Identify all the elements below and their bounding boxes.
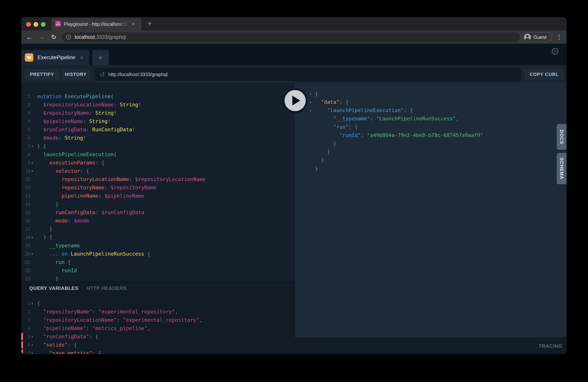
code-line: 22 runId xyxy=(21,266,295,275)
docs-side-tab[interactable]: DOCS xyxy=(557,124,567,150)
browser-menu-button[interactable]: ⋮ xyxy=(555,30,563,44)
line-number: 5 xyxy=(21,126,30,134)
query-editor[interactable]: 1mutation ExecutePipeline(2 $repositoryL… xyxy=(21,83,295,282)
code-line: 17 } xyxy=(21,225,295,233)
line-number: 7 xyxy=(21,349,30,354)
fold-arrow-icon[interactable]: ▼ xyxy=(310,90,311,98)
query-editor-code: 1mutation ExecutePipeline(2 $repositoryL… xyxy=(21,92,295,282)
code-line: } xyxy=(295,139,567,148)
fold-arrow-icon[interactable]: ▼ xyxy=(310,98,311,106)
tab-title: Playground - http://localhost:33 xyxy=(64,18,130,30)
code-line: 6▼ "solids": { xyxy=(21,341,295,349)
code-line: 16 mode: $mode xyxy=(21,217,295,225)
code-line: 4 $pipelineName: String! xyxy=(21,117,295,126)
play-button-circle xyxy=(285,90,306,111)
schema-side-tab[interactable]: SCHEMA xyxy=(557,153,567,184)
http-headers-tab[interactable]: HTTP HEADERS xyxy=(86,285,127,291)
traffic-light-zoom-button[interactable] xyxy=(41,22,45,27)
code-line: "run": { xyxy=(295,123,567,131)
session-tab-close-icon[interactable]: × xyxy=(80,54,84,61)
line-number: 6 xyxy=(21,341,30,349)
code-line: } xyxy=(295,164,567,172)
tab-close-icon[interactable]: × xyxy=(132,21,135,27)
execute-query-button[interactable] xyxy=(283,88,308,113)
code-line: } xyxy=(295,148,567,156)
session-tab-label: ExecutePipeline xyxy=(38,54,75,61)
code-line: 1▼{ xyxy=(21,299,295,308)
response-pane: ▼{▼ "data": {▼ "launchPipelineExecution"… xyxy=(295,83,567,338)
tracing-bar: TRACING xyxy=(295,338,567,354)
line-number: 11 xyxy=(21,175,30,184)
url-path: :3333/graphql xyxy=(95,34,126,40)
code-line: 5▼ "runConfigData": { xyxy=(21,333,295,341)
code-line: 20▼ ... on LaunchPipelineRunSuccess { xyxy=(21,250,295,258)
query-variables-tab[interactable]: QUERY VARIABLES xyxy=(29,285,79,291)
fold-arrow-icon[interactable]: ▼ xyxy=(31,159,33,167)
playground-toolbar: PRETTIFY HISTORY ↺ COPY CURL xyxy=(21,65,567,83)
code-line: 7▼) { xyxy=(21,142,295,150)
code-line: 6 $mode: String! xyxy=(21,134,295,142)
new-tab-button[interactable]: + xyxy=(146,20,154,28)
fold-arrow-icon[interactable]: ▼ xyxy=(31,233,33,242)
line-number: 20 xyxy=(21,250,30,258)
fold-arrow-icon[interactable]: ▼ xyxy=(31,167,33,175)
browser-tab[interactable]: Playground - http://localhost:33 × xyxy=(51,18,142,30)
code-line: 11 repositoryLocationName: $repositoryLo… xyxy=(21,175,295,184)
fold-arrow-icon[interactable]: ▼ xyxy=(31,333,33,341)
fold-arrow-icon[interactable]: ▼ xyxy=(31,142,33,150)
traffic-light-minimize-button[interactable] xyxy=(34,22,38,27)
line-number: 22 xyxy=(21,266,30,275)
line-number: 2 xyxy=(21,308,30,316)
code-line: ▼ "launchPipelineExecution": { xyxy=(295,106,567,114)
code-line: } xyxy=(295,156,567,164)
forward-button[interactable]: → xyxy=(37,30,46,44)
endpoint-field[interactable]: ↺ xyxy=(95,68,521,81)
url-host: localhost xyxy=(75,34,95,40)
session-tab-executepipeline[interactable]: M ExecutePipeline × xyxy=(21,50,89,65)
line-number: 4 xyxy=(21,324,30,333)
code-line: 13 pipelineName: $pipelineName xyxy=(21,192,295,200)
profile-button[interactable]: Guest xyxy=(522,32,552,42)
traffic-light-close-button[interactable] xyxy=(26,22,31,27)
line-number: 7 xyxy=(21,142,30,150)
fold-arrow-icon[interactable]: ▼ xyxy=(31,341,33,349)
history-button[interactable]: HISTORY xyxy=(62,69,90,80)
code-line: 1mutation ExecutePipeline( xyxy=(21,92,295,101)
endpoint-input[interactable] xyxy=(108,72,466,77)
code-line: 2 "repositoryName": "experimental_reposi… xyxy=(21,308,295,316)
line-number: 17 xyxy=(21,225,30,233)
site-info-icon[interactable]: i xyxy=(66,35,71,40)
address-bar[interactable]: i localhost:3333/graphql xyxy=(62,32,520,42)
playground-header: M ExecutePipeline × + xyxy=(21,44,567,65)
variables-header: QUERY VARIABLES HTTP HEADERS xyxy=(29,285,126,291)
copy-curl-button[interactable]: COPY CURL xyxy=(524,69,564,80)
graphql-favicon-icon xyxy=(55,21,61,26)
fold-arrow-icon[interactable]: ▼ xyxy=(31,349,33,354)
fold-arrow-icon[interactable]: ▼ xyxy=(31,299,33,308)
replay-icon[interactable]: ↺ xyxy=(100,71,105,78)
line-number: 15 xyxy=(21,208,30,217)
avatar-icon xyxy=(524,34,531,41)
prettify-button[interactable]: PRETTIFY xyxy=(25,69,59,80)
line-number: 6 xyxy=(21,134,30,142)
mutation-badge: M xyxy=(25,53,33,62)
code-line: 3 "repositoryLocationName": "experimenta… xyxy=(21,316,295,324)
code-line: 3 $repositoryName: String! xyxy=(21,109,295,117)
code-line: 14 } xyxy=(21,200,295,208)
code-line: 7▼ "save_metrics": { xyxy=(21,349,295,354)
new-session-tab-button[interactable]: + xyxy=(92,50,109,65)
line-number: 1 xyxy=(21,92,30,101)
code-line: 8 launchPipelineExecution( xyxy=(21,150,295,159)
back-button[interactable]: ← xyxy=(25,30,35,44)
variables-editor[interactable]: 1▼{2 "repositoryName": "experimental_rep… xyxy=(21,299,295,354)
tracing-toggle[interactable]: TRACING xyxy=(539,338,562,354)
fold-arrow-icon[interactable]: ▼ xyxy=(31,250,33,258)
code-line: 2 $repositoryLocationName: String! xyxy=(21,101,295,109)
settings-gear-icon[interactable]: ⚙ xyxy=(549,45,562,58)
fold-arrow-icon[interactable]: ▼ xyxy=(310,106,311,115)
reload-button[interactable]: ↻ xyxy=(49,30,59,44)
browser-tab-strip: Playground - http://localhost:33 × + xyxy=(21,17,567,30)
browser-toolbar: ← → ↻ i localhost:3333/graphql Guest ⋮ xyxy=(21,30,567,44)
code-line: 12 repositoryName: $repositoryName xyxy=(21,184,295,192)
line-number: 4 xyxy=(21,117,30,126)
